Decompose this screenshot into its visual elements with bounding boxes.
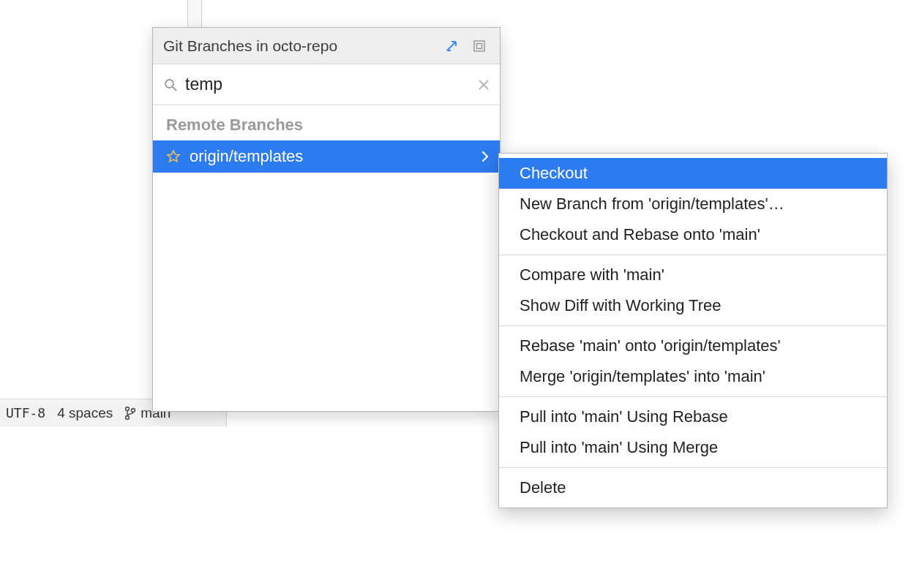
svg-point-0 (126, 407, 130, 410)
clear-search-icon[interactable] (478, 79, 490, 91)
menu-item[interactable]: Checkout (499, 158, 887, 189)
fetch-icon[interactable] (441, 36, 462, 56)
search-row (153, 64, 500, 105)
favorite-star-icon[interactable] (166, 149, 181, 164)
menu-divider (499, 467, 887, 468)
svg-rect-4 (477, 43, 482, 48)
branch-item[interactable]: origin/templates (153, 140, 500, 173)
decorative-connector (187, 0, 202, 27)
search-input[interactable] (185, 75, 471, 94)
menu-item[interactable]: Delete (499, 472, 887, 503)
branch-context-menu: CheckoutNew Branch from 'origin/template… (498, 153, 888, 508)
indent-indicator[interactable]: 4 spaces (57, 405, 113, 421)
chevron-right-icon (481, 150, 490, 163)
menu-item[interactable]: Checkout and Rebase onto 'main' (499, 219, 887, 250)
menu-item[interactable]: New Branch from 'origin/templates'… (499, 189, 887, 219)
menu-item[interactable]: Rebase 'main' onto 'origin/templates' (499, 331, 887, 361)
menu-divider (499, 255, 887, 255)
menu-item[interactable]: Compare with 'main' (499, 260, 887, 290)
svg-point-5 (165, 80, 173, 88)
menu-item[interactable]: Pull into 'main' Using Rebase (499, 402, 887, 432)
menu-divider (499, 325, 887, 326)
svg-point-2 (132, 408, 135, 412)
expand-icon[interactable] (469, 36, 490, 56)
popup-title: Git Branches in octo-repo (163, 37, 434, 55)
svg-rect-3 (474, 41, 484, 51)
menu-item[interactable]: Pull into 'main' Using Merge (499, 432, 887, 463)
menu-divider (499, 396, 887, 397)
svg-point-1 (126, 415, 130, 419)
branch-list: origin/templates (153, 140, 500, 173)
svg-line-6 (173, 87, 176, 91)
git-branches-popup: Git Branches in octo-repo (152, 27, 501, 412)
search-icon (163, 78, 178, 92)
branch-icon (124, 406, 136, 421)
encoding-indicator[interactable]: UTF-8 (6, 405, 45, 421)
menu-item[interactable]: Merge 'origin/templates' into 'main' (499, 361, 887, 392)
section-remote-branches: Remote Branches (153, 105, 500, 140)
branch-name: origin/templates (190, 147, 472, 166)
menu-item[interactable]: Show Diff with Working Tree (499, 290, 887, 321)
popup-header: Git Branches in octo-repo (153, 28, 500, 64)
